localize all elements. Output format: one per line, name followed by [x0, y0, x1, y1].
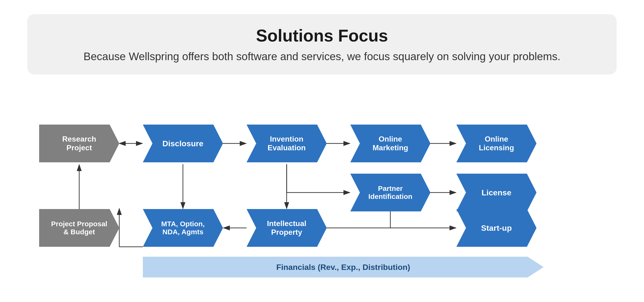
- invention-evaluation-node: InventionEvaluation: [246, 125, 327, 162]
- project-proposal-node: Project Proposal& Budget: [39, 209, 119, 247]
- page-subtitle: Because Wellspring offers both software …: [46, 50, 598, 63]
- mta-option-node: MTA, Option,NDA, Agmts: [143, 209, 223, 247]
- partner-identification-node: PartnerIdentification: [350, 174, 430, 211]
- intellectual-property-node: IntellectualProperty: [246, 209, 327, 247]
- online-licensing-node: OnlineLicensing: [456, 125, 536, 162]
- startup-node: Start-up: [456, 209, 536, 247]
- license-node: License: [456, 174, 536, 211]
- research-project-node: ResearchProject: [39, 125, 119, 162]
- online-marketing-node: OnlineMarketing: [350, 125, 430, 162]
- disclosure-node: Disclosure: [143, 125, 223, 162]
- financials-label: Financials (Rev., Exp., Distribution): [276, 263, 410, 272]
- page-title: Solutions Focus: [46, 26, 598, 45]
- financials-bar: Financials (Rev., Exp., Distribution): [143, 257, 544, 277]
- header-box: Solutions Focus Because Wellspring offer…: [27, 14, 617, 75]
- diagram-container: ResearchProject Project Proposal& Budget…: [16, 93, 628, 270]
